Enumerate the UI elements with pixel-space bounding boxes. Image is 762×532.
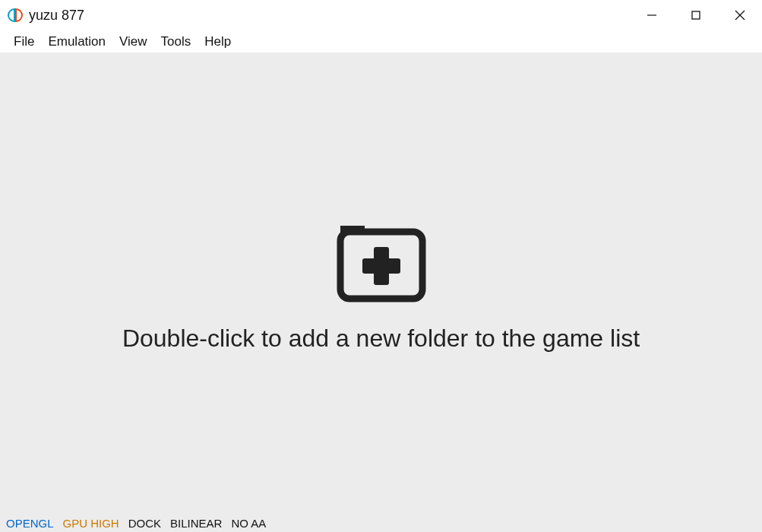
empty-prompt-text: Double-click to add a new folder to the … (122, 325, 640, 353)
status-gpu-accuracy[interactable]: GPU HIGH (63, 517, 119, 530)
window-title: yuzu 877 (29, 8, 84, 24)
svg-rect-6 (362, 258, 400, 274)
status-renderer[interactable]: OPENGL (6, 517, 54, 530)
status-dock[interactable]: DOCK (128, 517, 161, 530)
maximize-button[interactable] (674, 0, 718, 30)
menu-tools[interactable]: Tools (155, 31, 198, 52)
app-icon (8, 8, 23, 23)
status-aa[interactable]: NO AA (231, 517, 266, 530)
window-controls (630, 0, 762, 30)
svg-rect-1 (692, 11, 700, 19)
window: yuzu 877 File Emulation View Tools Help (0, 0, 762, 532)
add-folder-icon (328, 215, 435, 309)
statusbar: OPENGL GPU HIGH DOCK BILINEAR NO AA (0, 514, 762, 532)
minimize-button[interactable] (630, 0, 674, 30)
status-filter[interactable]: BILINEAR (170, 517, 222, 530)
menu-file[interactable]: File (8, 31, 40, 52)
close-button[interactable] (718, 0, 762, 30)
game-list-empty-area[interactable]: Double-click to add a new folder to the … (0, 53, 762, 514)
menu-help[interactable]: Help (198, 31, 237, 52)
menubar: File Emulation View Tools Help (0, 30, 762, 53)
titlebar-left: yuzu 877 (8, 8, 84, 24)
titlebar: yuzu 877 (0, 0, 762, 30)
menu-view[interactable]: View (113, 31, 153, 52)
menu-emulation[interactable]: Emulation (42, 31, 112, 52)
